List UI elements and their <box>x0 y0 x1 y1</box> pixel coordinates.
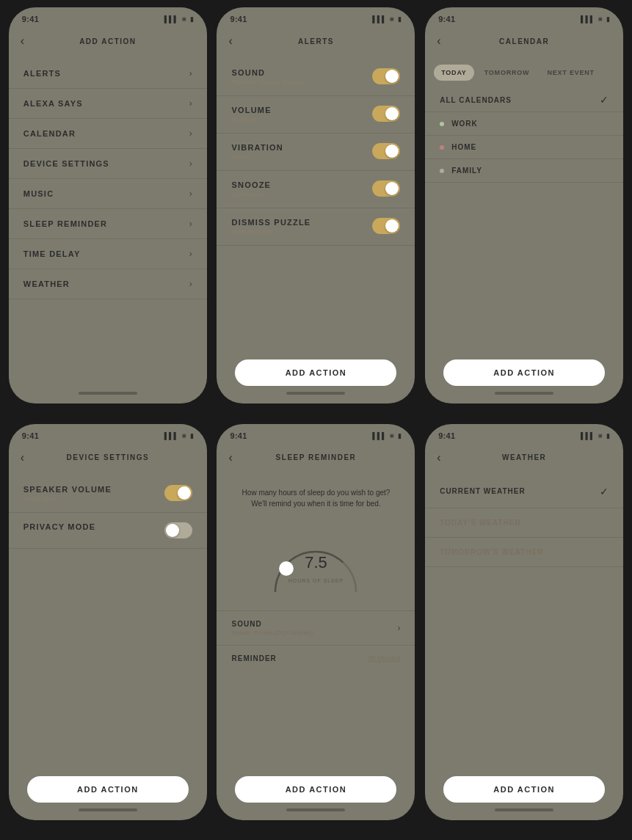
cal-label-family: FAMILY <box>451 167 482 175</box>
cal-item-work[interactable]: WORK <box>425 112 623 136</box>
phone-add-action: 9:41 ▌▌▌ ⋇ ▮ ‹ ADD ACTION ALERTS › ALEXA… <box>9 7 207 403</box>
toggle-dismiss: DISMISS PUZZLE Math Problem <box>217 208 415 246</box>
menu-item-calendar[interactable]: CALENDAR › <box>9 119 207 149</box>
phone-bottom-6: ADD ACTION <box>425 776 623 811</box>
phone-device-settings: 9:41 ▌▌▌ ⋇ ▮ ‹ DEVICE SETTINGS SPEAKER V… <box>9 424 207 820</box>
sound-arrow-icon: › <box>397 623 400 633</box>
back-button-2[interactable]: ‹ <box>228 34 232 48</box>
add-action-button-6[interactable]: ADD ACTION <box>443 776 605 803</box>
toggle-vibration: VIBRATION Rapid <box>217 134 415 171</box>
toggle-volume-switch[interactable] <box>372 106 400 122</box>
toggle-dismiss-label: DISMISS PUZZLE <box>231 218 310 227</box>
cal-item-family[interactable]: FAMILY <box>425 159 623 183</box>
menu-item-music[interactable]: MUSIC › <box>9 179 207 209</box>
device-content: SPEAKER VOLUME Set to 50% PRIVACY MODE <box>9 471 207 791</box>
wifi-icon-4: ⋇ <box>181 432 187 439</box>
status-icons-6: ▌▌▌ ⋇ ▮ <box>581 432 610 439</box>
tab-tomorrow[interactable]: TOMORROW <box>477 65 537 81</box>
tab-today[interactable]: TODAY <box>434 65 474 81</box>
toggle-sound-sublabel: Random: Nature Sounds <box>231 78 304 86</box>
status-icons-2: ▌▌▌ ⋇ ▮ <box>372 15 402 23</box>
status-bar-5: 9:41 ▌▌▌ ⋇ ▮ <box>217 424 415 445</box>
toggle-speaker-switch[interactable] <box>164 485 192 501</box>
weather-item-tomorrow[interactable]: TOMORROW'S WEATHER <box>425 538 623 567</box>
status-icons-5: ▌▌▌ ⋇ ▮ <box>372 432 402 439</box>
menu-label-alexa: ALEXA SAYS <box>23 99 83 108</box>
back-button-3[interactable]: ‹ <box>437 34 440 48</box>
header-3: ‹ CALENDAR <box>425 28 623 54</box>
menu-item-device[interactable]: DEVICE SETTINGS › <box>9 149 207 179</box>
phone-bottom-4: ADD ACTION <box>9 776 207 811</box>
phone-calendar: 9:41 ▌▌▌ ⋇ ▮ ‹ CALENDAR TODAY TOMORROW N… <box>425 7 623 403</box>
cal-dot-work <box>440 122 444 126</box>
cal-label-work: WORK <box>451 120 478 128</box>
title-3: CALENDAR <box>499 37 549 45</box>
sleep-reminder-value: 30 Minutes <box>368 654 400 662</box>
toggle-sound-switch[interactable] <box>372 68 400 84</box>
signal-icon-3: ▌▌▌ <box>581 15 595 23</box>
toggle-snooze-sublabel: 15 Minutes <box>231 191 271 198</box>
status-time-2: 9:41 <box>230 15 247 23</box>
sleep-sound-row[interactable]: SOUND Default: Chimes (DUX Sounds) › <box>217 610 415 646</box>
calendar-tabs: TODAY TOMORROW NEXT EVENT <box>425 59 623 87</box>
wifi-icon-2: ⋇ <box>389 15 395 23</box>
toggle-snooze: SNOOZE 15 Minutes <box>217 171 415 208</box>
toggle-sound: SOUND Random: Nature Sounds <box>217 59 415 96</box>
phone-weather: 9:41 ▌▌▌ ⋇ ▮ ‹ WEATHER CURRENT WEATHER ✓… <box>425 424 623 820</box>
weather-item-today[interactable]: TODAY'S WEATHER <box>425 508 623 538</box>
status-bar-2: 9:41 ▌▌▌ ⋇ ▮ <box>217 7 415 28</box>
menu-item-weather[interactable]: WEATHER › <box>9 269 207 299</box>
weather-item-current[interactable]: CURRENT WEATHER ✓ <box>425 475 623 508</box>
phone-sleep-reminder: 9:41 ▌▌▌ ⋇ ▮ ‹ SLEEP REMINDER How many h… <box>217 424 415 820</box>
add-action-button-3[interactable]: ADD ACTION <box>443 359 605 386</box>
sleep-sound-label: SOUND <box>231 620 313 628</box>
home-indicator-1 <box>79 392 137 395</box>
status-bar-4: 9:41 ▌▌▌ ⋇ ▮ <box>9 424 207 445</box>
add-action-button-2[interactable]: ADD ACTION <box>235 359 396 386</box>
sleep-reminder-row: REMINDER 30 Minutes <box>217 646 415 671</box>
cal-item-home[interactable]: HOME <box>425 136 623 159</box>
status-time-4: 9:41 <box>22 431 39 440</box>
battery-icon-2: ▮ <box>398 15 402 23</box>
status-bar-1: 9:41 ▌▌▌ ⋇ ▮ <box>9 7 207 28</box>
tab-next-event[interactable]: NEXT EVENT <box>540 65 602 81</box>
back-button-1[interactable]: ‹ <box>21 34 24 48</box>
toggle-dismiss-switch[interactable] <box>372 218 400 234</box>
arrow-icon-sleep: › <box>189 219 192 229</box>
header-4: ‹ DEVICE SETTINGS <box>9 445 207 471</box>
toggle-snooze-switch[interactable] <box>372 180 400 197</box>
back-button-6[interactable]: ‹ <box>437 451 440 464</box>
calendar-content: TODAY TOMORROW NEXT EVENT ALL CALENDARS … <box>425 54 623 374</box>
toggle-volume-label: VOLUME <box>231 106 271 114</box>
status-time-5: 9:41 <box>230 431 247 440</box>
toggle-speaker-sublabel: Set to 50% <box>23 495 112 503</box>
arrow-icon-calendar: › <box>189 128 192 139</box>
toggle-privacy-switch[interactable] <box>164 522 192 538</box>
menu-item-alexa[interactable]: ALEXA SAYS › <box>9 89 207 119</box>
wifi-icon-1: ⋇ <box>181 15 187 23</box>
title-2: ALERTS <box>298 37 334 45</box>
menu-item-timedelay[interactable]: TIME DELAY › <box>9 239 207 269</box>
toggle-snooze-knob <box>385 182 399 195</box>
wifi-icon-6: ⋇ <box>598 432 603 439</box>
back-button-4[interactable]: ‹ <box>21 451 24 464</box>
back-button-5[interactable]: ‹ <box>228 451 232 464</box>
menu-label-alerts: ALERTS <box>23 69 61 78</box>
arrow-icon-music: › <box>189 189 192 199</box>
sleep-content: How many hours of sleep do you wish to g… <box>217 471 415 791</box>
toggle-sound-label: SOUND <box>231 68 304 77</box>
weather-today-label: TODAY'S WEATHER <box>440 519 521 527</box>
menu-item-alerts[interactable]: ALERTS › <box>9 59 207 89</box>
toggle-vibration-switch[interactable] <box>372 143 400 159</box>
menu-item-sleep[interactable]: SLEEP REMINDER › <box>9 209 207 239</box>
menu-label-timedelay: TIME DELAY <box>23 249 81 258</box>
toggle-volume: VOLUME Gradual <box>217 96 415 134</box>
toggle-vibration-sublabel: Rapid <box>231 153 283 161</box>
add-action-button-5[interactable]: ADD ACTION <box>235 776 396 803</box>
toggle-speaker-info: SPEAKER VOLUME Set to 50% <box>23 485 112 503</box>
phone-bottom-3: ADD ACTION <box>425 359 623 395</box>
toggle-sound-info: SOUND Random: Nature Sounds <box>231 68 304 86</box>
status-bar-6: 9:41 ▌▌▌ ⋇ ▮ <box>425 424 623 445</box>
add-action-button-4[interactable]: ADD ACTION <box>27 776 189 803</box>
cal-label-home: HOME <box>451 143 476 151</box>
